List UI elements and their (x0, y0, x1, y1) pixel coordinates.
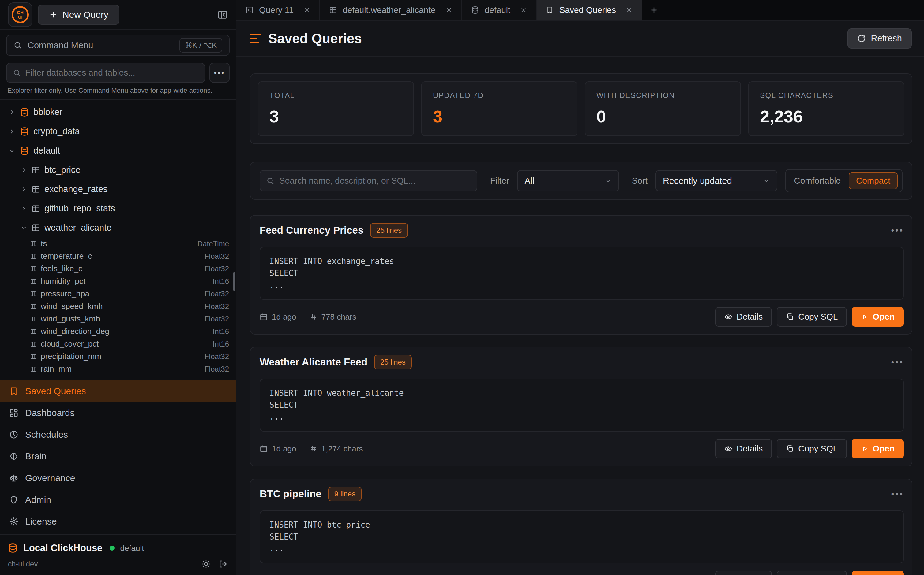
query-search-input[interactable] (279, 176, 471, 186)
sql-preview: INSERT INTO exchange_rates SELECT ... (260, 247, 904, 300)
explorer-filter-input[interactable] (25, 68, 198, 78)
char-count: 1,274 chars (322, 444, 363, 454)
refresh-button[interactable]: Refresh (848, 29, 912, 49)
card-menu-icon[interactable]: ••• (891, 226, 904, 235)
explorer-table-btc-price[interactable]: btc_price (0, 160, 236, 179)
close-icon[interactable] (626, 7, 632, 13)
open-button[interactable]: Open (852, 307, 904, 327)
tab-default[interactable]: default (462, 0, 537, 20)
copy-sql-button[interactable]: Copy SQL (777, 571, 847, 575)
query-card-footer: 1d ago 1,274 chars Details (260, 439, 904, 459)
logout-icon[interactable] (218, 559, 228, 569)
explorer-filter-field[interactable] (6, 63, 205, 83)
explorer-column-wind-speed-kmh[interactable]: wind_speed_kmh Float32 (0, 300, 236, 313)
explorer-database-bbloker[interactable]: bbloker (0, 102, 236, 122)
chevron-right-icon[interactable] (21, 205, 27, 212)
query-card-footer: 3d ago 184 chars Details (260, 571, 904, 575)
details-button[interactable]: Details (715, 571, 772, 575)
sidebar-nav: Saved Queries Dashboards Schedules Brain (0, 378, 236, 534)
command-menu-button[interactable]: Command Menu ⌘K / ⌥K (6, 35, 229, 56)
new-tab-button[interactable] (642, 0, 666, 20)
sidebar-item-admin[interactable]: Admin (0, 489, 236, 510)
explorer-column-temperature-c[interactable]: temperature_c Float32 (0, 250, 236, 262)
explorer-column-rain-mm[interactable]: rain_mm Float32 (0, 363, 236, 375)
explorer-column-pressure-hpa[interactable]: pressure_hpa Float32 (0, 288, 236, 300)
theme-toggle-sun-icon[interactable] (201, 559, 211, 569)
open-button[interactable]: Open (852, 439, 904, 459)
explorer-database-crypto-data[interactable]: crypto_data (0, 122, 236, 141)
explorer-column-ts[interactable]: ts DateTime (0, 237, 236, 250)
play-icon (861, 313, 868, 321)
open-label: Open (873, 312, 895, 322)
sidebar-item-governance[interactable]: Governance (0, 467, 236, 489)
search-icon (266, 177, 274, 185)
sidebar-item-brain[interactable]: Brain (0, 445, 236, 467)
close-icon[interactable] (303, 7, 310, 13)
copy-sql-button[interactable]: Copy SQL (777, 307, 847, 327)
copy-icon (786, 445, 794, 453)
tree-label: btc_price (45, 165, 81, 175)
sidebar-item-schedules[interactable]: Schedules (0, 424, 236, 445)
chevron-down-icon[interactable] (21, 224, 27, 231)
explorer-column-feels-like-c[interactable]: feels_like_c Float32 (0, 262, 236, 275)
sort-label: Sort (632, 176, 648, 186)
chevron-right-icon[interactable] (8, 128, 16, 135)
stat-value: 0 (596, 106, 729, 126)
collapse-sidebar-icon[interactable] (217, 10, 228, 20)
explorer-column-wind-gusts-kmh[interactable]: wind_gusts_kmh Float32 (0, 313, 236, 325)
close-icon[interactable] (520, 7, 527, 13)
sidebar-item-saved-queries[interactable]: Saved Queries (0, 380, 236, 402)
new-query-button[interactable]: New Query (38, 5, 119, 25)
app-version: ch-ui dev (8, 560, 38, 568)
density-toggle: Comfortable Compact (785, 169, 903, 192)
hash-icon (310, 313, 317, 321)
tab-default-weather-alicante[interactable]: default.weather_alicante (320, 0, 462, 20)
density-compact-button[interactable]: Compact (849, 172, 898, 189)
details-button[interactable]: Details (715, 307, 772, 327)
explorer-column-cloud-cover-pct[interactable]: cloud_cover_pct Int16 (0, 338, 236, 350)
logo-ring-icon: CH UI (12, 6, 29, 23)
explorer-filter-helper: Explorer filter only. Use Command Menu a… (7, 87, 228, 95)
close-icon[interactable] (446, 7, 452, 13)
density-comfortable-button[interactable]: Comfortable (794, 176, 841, 186)
sidebar-item-dashboards[interactable]: Dashboards (0, 402, 236, 424)
open-button[interactable]: Open (852, 571, 904, 575)
details-button[interactable]: Details (715, 439, 772, 459)
chevron-down-icon (604, 177, 612, 184)
tab-query-11[interactable]: Query 11 (236, 0, 320, 20)
explorer-column-wind-direction-deg[interactable]: wind_direction_deg Int16 (0, 325, 236, 338)
tab-saved-queries[interactable]: Saved Queries (537, 0, 642, 20)
tree-label: github_repo_stats (45, 203, 115, 213)
copy-sql-button[interactable]: Copy SQL (777, 439, 847, 459)
chevron-right-icon[interactable] (8, 109, 16, 116)
lines-badge: 9 lines (328, 487, 362, 501)
sidebar-scrollbar-thumb[interactable] (233, 272, 236, 291)
chevron-right-icon[interactable] (21, 167, 27, 173)
column-icon (30, 290, 37, 298)
sidebar-item-license[interactable]: License (0, 510, 236, 532)
query-card-header: BTC pipeline 9 lines ••• (260, 487, 904, 501)
refresh-icon (857, 34, 866, 43)
connection-status[interactable]: Local ClickHouse default (8, 540, 228, 557)
sql-editor-icon (245, 6, 253, 14)
explorer-column-precipitation-mm[interactable]: precipitation_mm Float32 (0, 350, 236, 363)
database-icon (20, 108, 29, 117)
explorer-table-github-repo-stats[interactable]: github_repo_stats (0, 199, 236, 218)
explorer-table-exchange-rates[interactable]: exchange_rates (0, 179, 236, 199)
eye-icon (724, 313, 732, 321)
explorer-database-default[interactable]: default (0, 141, 236, 160)
query-title: Feed Currency Prices (260, 224, 363, 236)
connection-name: Local ClickHouse (23, 543, 102, 554)
chevron-down-icon[interactable] (8, 147, 16, 154)
sort-select[interactable]: Recently updated (655, 170, 777, 191)
explorer-table-weather-alicante[interactable]: weather_alicante (0, 218, 236, 237)
chevron-right-icon[interactable] (21, 186, 27, 193)
filter-select[interactable]: All (517, 170, 619, 191)
card-menu-icon[interactable]: ••• (891, 489, 904, 499)
card-menu-icon[interactable]: ••• (891, 357, 904, 367)
column-type: Float32 (204, 365, 229, 373)
stat-label: SQL CHARACTERS (760, 91, 893, 100)
query-search-field[interactable] (260, 170, 477, 191)
explorer-more-button[interactable]: ••• (209, 63, 229, 83)
explorer-column-humidity-pct[interactable]: humidity_pct Int16 (0, 275, 236, 288)
